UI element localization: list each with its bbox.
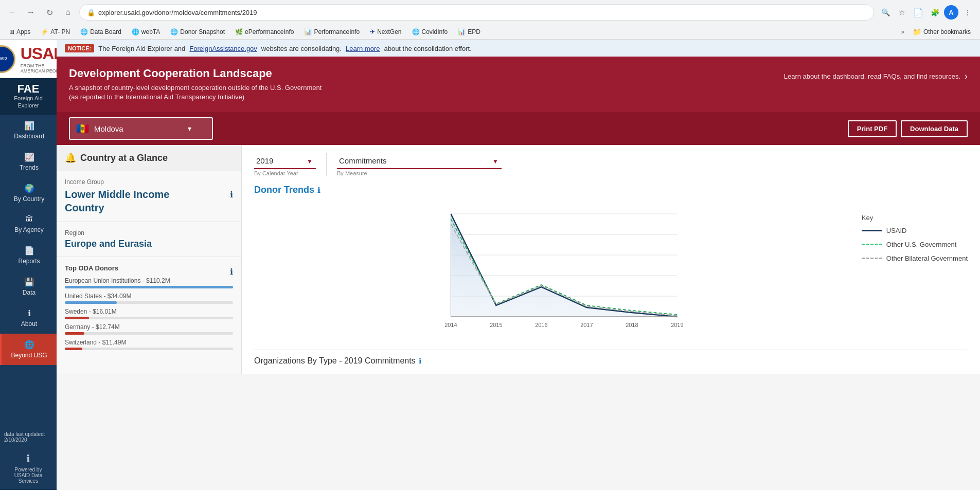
region-section: Region Europe and Eurasia [57, 222, 241, 257]
key-other-usg-label: Other U.S. Government [886, 241, 957, 248]
chart-title-text: Donor Trends [254, 185, 314, 195]
sidebar-item-dashboard[interactable]: 📊 Dashboard [0, 115, 57, 146]
sidebar-item-reports[interactable]: 📄 Reports [0, 240, 57, 271]
sidebar-footer: ℹ Powered by USAID Data Services [0, 446, 57, 490]
notice-badge: NOTICE: [65, 44, 94, 52]
bookmark-donor-snapshot[interactable]: 🌐 Donor Snapshot [166, 27, 229, 37]
data-icon: 💾 [24, 277, 34, 287]
bookmark-epd-label: EPD [468, 28, 480, 35]
bookmark-webta[interactable]: 🌐 webTA [128, 27, 164, 37]
user-avatar[interactable]: A [944, 5, 958, 20]
epd-icon: 📊 [458, 28, 466, 35]
sidebar-item-label-by-agency: By Agency [14, 226, 44, 233]
left-panel: 🔔 Country at a Glance Income Group ℹ Low… [57, 145, 242, 374]
forward-button[interactable]: → [24, 5, 38, 20]
donor-bar-sweden [65, 317, 89, 319]
donor-bar-us [65, 301, 117, 304]
by-agency-icon: 🏛 [25, 215, 33, 224]
key-usaid-label: USAID [886, 227, 907, 234]
print-pdf-button[interactable]: Print PDF [848, 120, 897, 137]
bookmark-databoard[interactable]: 🌐 Data Board [76, 27, 126, 37]
notice-text-after: websites are consolidating. [261, 45, 342, 52]
eperformance-icon: 🌿 [235, 28, 243, 35]
sidebar-item-beyond-usg[interactable]: 🌐 Beyond USG [0, 334, 57, 365]
download-data-button[interactable]: Download Data [901, 120, 968, 137]
foreign-assistance-link[interactable]: ForeignAssistance.gov [189, 45, 257, 52]
hero-cta[interactable]: Learn about the dashboard, read FAQs, an… [784, 67, 968, 82]
bookmark-performanceinfo[interactable]: 📊 PerformanceInfo [300, 27, 364, 37]
org-by-type-info-icon[interactable]: ℹ [419, 357, 421, 365]
search-icon[interactable]: 🔍 [878, 5, 893, 20]
sidebar-item-data[interactable]: 💾 Data [0, 271, 57, 302]
usaid-seal: USAID [0, 45, 15, 73]
income-label: Income Group [65, 178, 233, 186]
measure-select[interactable]: Commitments [337, 153, 502, 169]
reports-icon: 📄 [24, 246, 34, 256]
org-by-type-section: Organizations By Type - 2019 Commitments… [254, 350, 968, 366]
bookmark-nextgen-label: NextGen [377, 28, 401, 35]
address-bar[interactable]: 🔒 explorer.usaid.gov/donor/moldova/commi… [79, 4, 874, 21]
extension-icon[interactable]: 🧩 [928, 5, 942, 20]
sidebar-item-about[interactable]: ℹ About [0, 302, 57, 334]
donor-item-sweden: Sweden - $16.01M [65, 308, 233, 319]
donor-snapshot-icon: 🌐 [170, 28, 178, 35]
moldova-flag: 🇲🇩 [76, 122, 89, 135]
bookmark-at-pn-label: AT- PN [50, 28, 70, 35]
bookmark-databoard-label: Data Board [90, 28, 121, 35]
performanceinfo-icon: 📊 [304, 28, 312, 35]
bookmark-epd[interactable]: 📊 EPD [454, 27, 485, 37]
donors-title: Top ODA Donors [65, 264, 233, 272]
about-icon: ℹ [28, 308, 31, 318]
year-select[interactable]: 2019 [254, 153, 316, 169]
area-fill [451, 214, 677, 317]
org-by-type-title: Organizations By Type - 2019 Commitments [254, 356, 416, 366]
donor-bar-eu [65, 286, 233, 288]
x-label-2018: 2018 [626, 322, 638, 328]
home-button[interactable]: ⌂ [61, 5, 75, 20]
bookmarks-more[interactable]: » [899, 27, 906, 37]
chart-info-icon[interactable]: ℹ [317, 186, 320, 194]
country-dropdown[interactable]: 🇲🇩 Moldova ▾ [69, 117, 213, 140]
income-info-icon[interactable]: ℹ [230, 190, 233, 199]
notice-text-before: The Foreign Aid Explorer and [98, 45, 185, 52]
measure-filter-label: By Measure [337, 170, 502, 176]
bookmark-nextgen[interactable]: ✈ NextGen [366, 27, 405, 37]
apps-icon: ⊞ [9, 28, 14, 35]
sidebar-item-label-dashboard: Dashboard [14, 133, 44, 140]
hero-description: A snapshot of country-level development … [69, 83, 322, 102]
right-panel: 2019 By Calendar Year Commitments By Mea… [242, 145, 980, 374]
donor-name-us: United States - $34.09M [65, 293, 233, 300]
x-label-2017: 2017 [580, 322, 593, 328]
learn-more-link[interactable]: Learn more [346, 45, 380, 52]
donors-info-icon[interactable]: ℹ [230, 267, 233, 277]
sidebar-item-trends[interactable]: 📈 Trends [0, 146, 57, 177]
bookmark-at-pn[interactable]: ⚡ AT- PN [37, 27, 74, 37]
donor-name-germany: Germany - $12.74M [65, 323, 233, 331]
bookmark-covidinfo[interactable]: 🌐 CovidInfo [408, 27, 452, 37]
sidebar-logo-area: USAID USAID FROM THE AMERICAN PEOPLE [0, 40, 57, 78]
sidebar-brand: FAE Foreign Aid Explorer [0, 78, 57, 115]
pdf-icon[interactable]: 📄 [911, 5, 925, 20]
back-button[interactable]: ← [5, 5, 20, 20]
sidebar-nav: 📊 Dashboard 📈 Trends 🌍 By Country 🏛 By A… [0, 115, 57, 428]
hero-title: Development Cooperation Landscape [69, 67, 322, 80]
powered-by-icon: ℹ [4, 452, 52, 465]
browser-menu-icon[interactable]: ⋮ [960, 5, 975, 20]
chart-area: 2014 2015 2016 2017 2018 2019 [254, 204, 968, 337]
donor-bar-wrap-us [65, 301, 233, 304]
donor-trends-chart: 2014 2015 2016 2017 2018 2019 [254, 204, 853, 337]
chart-key-title: Key [862, 214, 968, 222]
donor-bar-wrap-sweden [65, 317, 233, 319]
bookmark-apps[interactable]: ⊞ Apps [5, 27, 34, 37]
donor-name-sweden: Sweden - $16.01M [65, 308, 233, 315]
donor-bar-switzerland [65, 348, 82, 350]
sidebar-item-by-country[interactable]: 🌍 By Country [0, 177, 57, 209]
other-bookmarks[interactable]: 📁 Other bookmarks [908, 26, 975, 38]
hero-cta-text: Learn about the dashboard, read FAQs, an… [784, 72, 960, 80]
covidinfo-icon: 🌐 [412, 28, 420, 35]
bookmark-eperformance[interactable]: 🌿 ePerformanceInfo [231, 27, 298, 37]
bookmark-icon[interactable]: ☆ [895, 5, 909, 20]
refresh-button[interactable]: ↻ [42, 5, 57, 20]
sidebar-item-by-agency[interactable]: 🏛 By Agency [0, 209, 57, 240]
donor-bar-wrap-germany [65, 332, 233, 335]
